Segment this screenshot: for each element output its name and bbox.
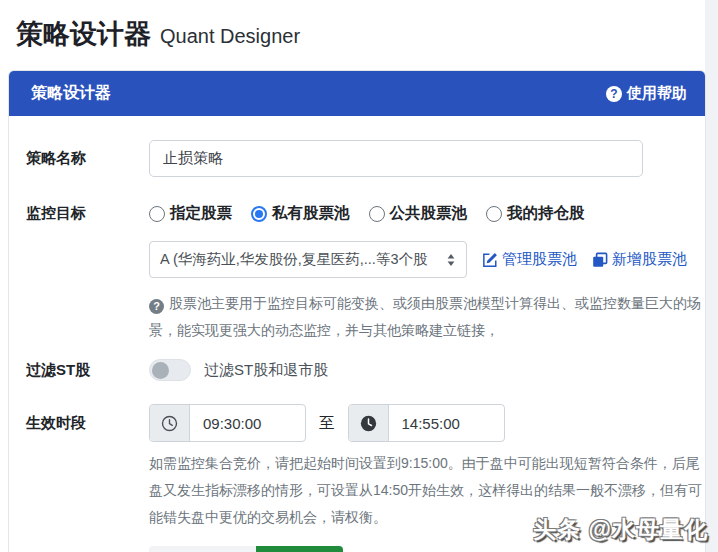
- page-right-gutter: [705, 0, 718, 552]
- manage-stock-pool-label: 管理股票池: [502, 250, 577, 269]
- radio-specified-stocks[interactable]: 指定股票: [149, 203, 232, 224]
- toutiao-watermark: 头条 @水母量化: [533, 514, 708, 545]
- panel-body: 策略名称 止损策略 监控目标 指定股票 私有股票池 公共股票池: [9, 116, 705, 552]
- order-direction-group: 买 入 ✓ 卖 出: [149, 546, 343, 552]
- radio-label: 私有股票池: [272, 203, 350, 224]
- copy-plus-icon: [592, 252, 608, 268]
- select-updown-arrow-icon: [445, 253, 457, 267]
- radio-label: 公共股票池: [390, 203, 468, 224]
- toggle-knob: [152, 362, 169, 379]
- question-circle-gray-icon: ?: [149, 299, 164, 314]
- time-separator: 至: [319, 413, 335, 434]
- edit-pencil-square-icon: [482, 252, 498, 268]
- panel-header: 策略设计器 ? 使用帮助: [9, 71, 705, 116]
- add-stock-pool-label: 新增股票池: [612, 250, 687, 269]
- page-title-en: Quant Designer: [160, 25, 300, 48]
- strategy-name-row: 策略名称 止损策略: [26, 140, 705, 177]
- end-time-input-group[interactable]: 14:55:00: [348, 404, 505, 442]
- usage-help-label: 使用帮助: [627, 84, 687, 103]
- strategy-name-label: 策略名称: [26, 149, 149, 168]
- end-time-prefix: [349, 405, 389, 441]
- radio-label: 指定股票: [170, 203, 232, 224]
- filter-st-toggle-label: 过滤ST股和退市股: [204, 361, 328, 380]
- start-time-value: 09:30:00: [190, 405, 305, 441]
- strategy-designer-panel: 策略设计器 ? 使用帮助 策略名称 止损策略 监控目标 指定股票 私: [8, 70, 706, 552]
- radio-icon: [486, 206, 502, 222]
- page-title-cn: 策略设计器: [16, 16, 151, 52]
- clock-filled-icon: [360, 415, 377, 432]
- stock-pool-row: A (华海药业,华发股份,复星医药,...等3个股 管理股票池: [26, 241, 705, 278]
- radio-icon: [369, 206, 385, 222]
- start-time-prefix: [150, 405, 190, 441]
- radio-private-stock-pool[interactable]: 私有股票池: [251, 203, 350, 224]
- stock-pool-select-value: A (华海药业,华发股份,复星医药,...等3个股: [160, 250, 427, 269]
- stock-pool-help-body: 股票池主要用于监控目标可能变换、或须由股票池模型计算得出、或监控数量巨大的场景，…: [149, 295, 701, 338]
- stock-pool-help-row: ?股票池主要用于监控目标可能变换、或须由股票池模型计算得出、或监控数量巨大的场景…: [26, 290, 705, 344]
- start-time-input-group[interactable]: 09:30:00: [149, 404, 306, 442]
- question-circle-icon: ?: [606, 86, 622, 102]
- sell-button[interactable]: ✓ 卖 出: [256, 546, 344, 552]
- buy-button[interactable]: 买 入: [149, 546, 256, 552]
- usage-help-button[interactable]: ? 使用帮助: [606, 84, 687, 103]
- radio-icon: [149, 206, 165, 222]
- page-title: 策略设计器 Quant Designer: [0, 0, 718, 52]
- active-period-label: 生效时段: [26, 414, 149, 433]
- pool-links: 管理股票池 新增股票池: [482, 250, 687, 269]
- monitor-target-radio-group: 指定股票 私有股票池 公共股票池 我的持仓股: [149, 203, 604, 224]
- clock-outline-icon: [161, 415, 178, 432]
- stock-pool-select[interactable]: A (华海药业,华发股份,复星医药,...等3个股: [149, 241, 467, 278]
- active-period-row: 生效时段 09:30:00 至 14:55:00: [26, 404, 705, 442]
- strategy-name-input[interactable]: 止损策略: [149, 140, 643, 177]
- filter-st-toggle[interactable]: [149, 359, 191, 381]
- order-direction-row: 委托方向 买 入 ✓ 卖 出: [26, 546, 705, 552]
- monitor-target-row: 监控目标 指定股票 私有股票池 公共股票池 我的持仓股: [26, 203, 705, 224]
- filter-st-row: 过滤ST股 过滤ST股和退市股: [26, 359, 705, 381]
- radio-public-stock-pool[interactable]: 公共股票池: [369, 203, 468, 224]
- add-stock-pool-link[interactable]: 新增股票池: [592, 250, 687, 269]
- stock-pool-help-text: ?股票池主要用于监控目标可能变换、或须由股票池模型计算得出、或监控数量巨大的场景…: [149, 290, 705, 344]
- strategy-name-value: 止损策略: [163, 149, 223, 168]
- radio-selected-icon: [251, 206, 267, 222]
- manage-stock-pool-link[interactable]: 管理股票池: [482, 250, 577, 269]
- radio-label: 我的持仓股: [507, 203, 585, 224]
- panel-header-title: 策略设计器: [31, 83, 111, 104]
- end-time-value: 14:55:00: [389, 405, 504, 441]
- monitor-target-label: 监控目标: [26, 204, 149, 223]
- radio-my-holdings[interactable]: 我的持仓股: [486, 203, 585, 224]
- filter-st-label: 过滤ST股: [26, 361, 149, 380]
